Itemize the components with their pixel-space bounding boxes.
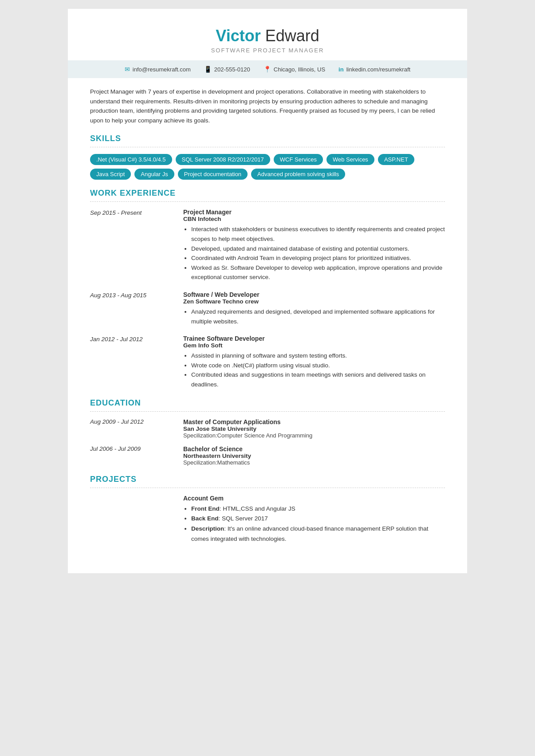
projects-divider <box>90 488 445 488</box>
project-date-empty <box>90 495 179 545</box>
skills-divider <box>90 147 445 147</box>
work-entry: Aug 2013 - Aug 2015Software / Web Develo… <box>90 291 445 326</box>
summary-text: Project Manager with 7 years of expertis… <box>90 87 445 125</box>
email-text: info@resumekraft.com <box>133 66 191 73</box>
resume-header: Victor Edward SOFTWARE PROJECT MANAGER <box>90 27 445 54</box>
work-details: Trainee Software DeveloperGem Info SoftA… <box>183 335 445 389</box>
projects-entries: Account GemFront End: HTML,CSS and Angul… <box>90 495 445 545</box>
project-bullet: Front End: HTML,CSS and Angular JS <box>191 504 445 514</box>
work-section-title: WORK EXPERIENCE <box>90 189 445 198</box>
work-title: Software / Web Developer <box>183 291 445 298</box>
project-details: Account GemFront End: HTML,CSS and Angul… <box>183 495 445 545</box>
edu-specialization: Specilization:Mathematics <box>183 459 445 466</box>
edu-school: Northeastern University <box>183 453 445 459</box>
candidate-name: Victor Edward <box>90 27 445 45</box>
project-entry: Account GemFront End: HTML,CSS and Angul… <box>90 495 445 545</box>
work-bullet: Assisted in planning of software and sys… <box>191 351 445 361</box>
project-bullets: Front End: HTML,CSS and Angular JSBack E… <box>183 504 445 545</box>
work-entry: Sep 2015 - PresentProject ManagerCBN Inf… <box>90 209 445 282</box>
skill-tag: ASP.NET <box>378 154 414 165</box>
work-entries: Sep 2015 - PresentProject ManagerCBN Inf… <box>90 209 445 389</box>
skill-tag: Project documentation <box>178 169 248 180</box>
edu-degree: Master of Computer Applications <box>183 418 445 425</box>
work-title: Trainee Software Developer <box>183 335 445 342</box>
skill-tag: Advanced problem solving skills <box>251 169 345 180</box>
edu-specialization: Specilization:Computer Science And Progr… <box>183 432 445 439</box>
work-bullet: Analyzed requirements and designed, deve… <box>191 307 445 326</box>
project-bullet: Description: It's an online advanced clo… <box>191 524 445 544</box>
edu-date: Jul 2006 - Jul 2009 <box>90 445 179 466</box>
linkedin-text: linkedin.com/resumekraft <box>346 66 411 73</box>
skill-tag: WCF Services <box>274 154 323 165</box>
work-date: Aug 2013 - Aug 2015 <box>90 291 179 326</box>
work-entry: Jan 2012 - Jul 2012Trainee Software Deve… <box>90 335 445 389</box>
project-bullet: Back End: SQL Server 2017 <box>191 514 445 524</box>
phone-contact: 📱 202-555-0120 <box>204 66 250 73</box>
work-title: Project Manager <box>183 209 445 216</box>
work-company: Zen Software Techno crew <box>183 298 445 305</box>
phone-text: 202-555-0120 <box>214 66 250 73</box>
job-title: SOFTWARE PROJECT MANAGER <box>90 47 445 54</box>
work-company: CBN Infotech <box>183 216 445 222</box>
skill-tag: Web Services <box>327 154 374 165</box>
work-divider <box>90 201 445 202</box>
location-contact: 📍 Chicago, Illinois, US <box>264 66 325 73</box>
work-details: Project ManagerCBN InfotechInteracted wi… <box>183 209 445 282</box>
work-bullet: Coordinated with Android Team in develop… <box>191 253 445 263</box>
edu-date: Aug 2009 - Jul 2012 <box>90 418 179 439</box>
education-divider <box>90 411 445 412</box>
resume-document: Victor Edward SOFTWARE PROJECT MANAGER ✉… <box>68 9 467 573</box>
work-bullet: Interacted with stakeholders or business… <box>191 224 445 244</box>
linkedin-icon: in <box>338 66 344 73</box>
location-text: Chicago, Illinois, US <box>274 66 325 73</box>
education-section-title: EDUCATION <box>90 398 445 408</box>
work-bullets: Interacted with stakeholders or business… <box>183 224 445 282</box>
skill-tag: Angular Js <box>134 169 174 180</box>
project-name: Account Gem <box>183 495 445 502</box>
work-bullet: Contributed ideas and suggestions in tea… <box>191 370 445 389</box>
linkedin-contact: in linkedin.com/resumekraft <box>338 66 410 73</box>
edu-details: Bachelor of ScienceNortheastern Universi… <box>183 445 445 466</box>
work-bullet: Worked as Sr. Software Developer to deve… <box>191 263 445 282</box>
work-bullet: Wrote code on .Net(C#) platform using vi… <box>191 361 445 370</box>
work-bullets: Assisted in planning of software and sys… <box>183 351 445 389</box>
work-date: Jan 2012 - Jul 2012 <box>90 335 179 389</box>
work-company: Gem Info Soft <box>183 342 445 349</box>
edu-school: San Jose State University <box>183 425 445 432</box>
last-name: Edward <box>265 27 319 45</box>
work-date: Sep 2015 - Present <box>90 209 179 282</box>
phone-icon: 📱 <box>204 66 212 73</box>
education-entries: Aug 2009 - Jul 2012Master of Computer Ap… <box>90 418 445 466</box>
contact-bar: ✉ info@resumekraft.com 📱 202-555-0120 📍 … <box>68 60 467 78</box>
skill-tag: SQL Server 2008 R2/2012/2017 <box>176 154 270 165</box>
edu-degree: Bachelor of Science <box>183 445 445 453</box>
projects-section-title: PROJECTS <box>90 475 445 484</box>
edu-details: Master of Computer ApplicationsSan Jose … <box>183 418 445 439</box>
skills-container: .Net (Visual C#) 3.5/4.0/4.5SQL Server 2… <box>90 154 445 180</box>
work-details: Software / Web DeveloperZen Software Tec… <box>183 291 445 326</box>
location-icon: 📍 <box>264 66 271 73</box>
skill-tag: .Net (Visual C#) 3.5/4.0/4.5 <box>90 154 172 165</box>
email-icon: ✉ <box>125 66 130 73</box>
education-entry: Aug 2009 - Jul 2012Master of Computer Ap… <box>90 418 445 439</box>
email-contact: ✉ info@resumekraft.com <box>125 66 191 73</box>
skills-section-title: SKILLS <box>90 134 445 143</box>
work-bullet: Developed, updated and maintained databa… <box>191 244 445 254</box>
work-bullets: Analyzed requirements and designed, deve… <box>183 307 445 326</box>
first-name: Victor <box>216 27 260 45</box>
education-entry: Jul 2006 - Jul 2009Bachelor of ScienceNo… <box>90 445 445 466</box>
skill-tag: Java Script <box>90 169 131 180</box>
